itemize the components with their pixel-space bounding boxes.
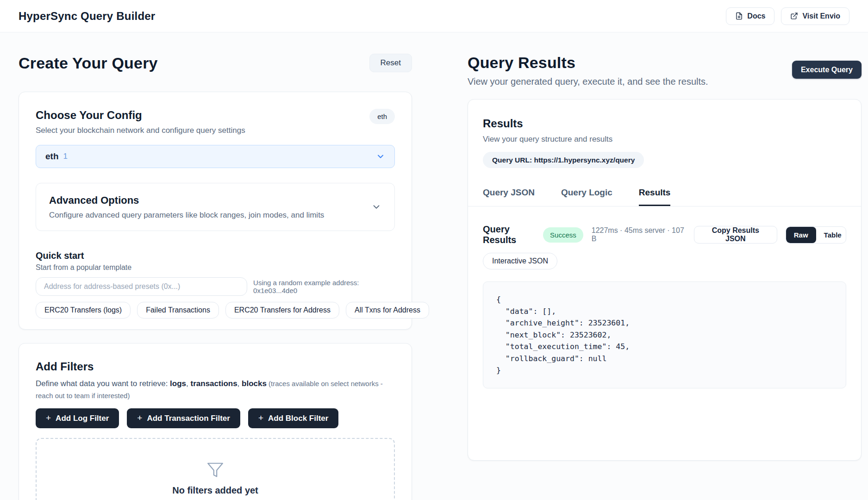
plus-icon: + (137, 413, 142, 423)
config-card: Choose Your Config Select your blockchai… (19, 92, 412, 330)
add-block-filter-button[interactable]: + Add Block Filter (248, 408, 338, 428)
query-url-badge: Query URL: https://1.hypersync.xyz/query (483, 152, 644, 168)
query-results-panel: Query Results View your generated query,… (468, 54, 862, 500)
external-link-icon (790, 12, 798, 20)
advanced-options-toggle[interactable]: Advanced Options Configure advanced quer… (36, 183, 395, 231)
view-toggle-table[interactable]: Table (816, 227, 846, 243)
filters-card: Add Filters Define what data you want to… (19, 343, 412, 500)
network-chain-id: 1 (63, 152, 68, 161)
interactive-json-button[interactable]: Interactive JSON (483, 253, 557, 269)
results-card-subtitle: View your query structure and results (483, 135, 846, 144)
tab-results[interactable]: Results (639, 188, 671, 206)
builder-title: Create Your Query (19, 54, 158, 72)
results-card: Results View your query structure and re… (468, 99, 862, 461)
tab-query-logic[interactable]: Query Logic (561, 188, 612, 206)
json-line: "rollback_guard": null (496, 353, 833, 365)
template-buttons: ERC20 Transfers (logs) Failed Transactio… (36, 302, 395, 319)
results-json-output: { "data": [], "archive_height": 23523601… (483, 281, 846, 388)
docs-label: Docs (747, 12, 765, 20)
add-log-filter-label: Add Log Filter (56, 414, 109, 423)
json-line: } (496, 364, 833, 376)
config-title: Choose Your Config (36, 109, 245, 122)
json-line: "archive_height": 23523601, (496, 317, 833, 329)
template-all-txns-for-address[interactable]: All Txns for Address (346, 302, 429, 319)
view-toggle: Raw Table (786, 226, 846, 244)
filters-description: Define what data you want to retrieve: l… (36, 378, 401, 402)
template-failed-transactions[interactable]: Failed Transactions (137, 302, 219, 319)
json-line: { (496, 294, 833, 306)
execute-query-button[interactable]: Execute Query (792, 61, 862, 79)
visit-envio-label: Visit Envio (802, 12, 840, 20)
tab-query-json[interactable]: Query JSON (483, 188, 535, 206)
results-panel-title: Query Results (468, 54, 708, 72)
filters-title: Add Filters (36, 360, 395, 373)
add-transaction-filter-label: Add Transaction Filter (147, 414, 230, 423)
results-panel-subtitle: View your generated query, execute it, a… (468, 76, 708, 87)
template-erc20-transfers-for-address[interactable]: ERC20 Transfers for Address (225, 302, 339, 319)
add-transaction-filter-button[interactable]: + Add Transaction Filter (127, 408, 240, 428)
main-content: Create Your Query Reset Choose Your Conf… (0, 32, 868, 500)
address-input[interactable] (36, 277, 247, 296)
status-badge: Success (543, 227, 583, 243)
json-line: "next_block": 23523602, (496, 329, 833, 341)
add-block-filter-label: Add Block Filter (268, 414, 328, 423)
quick-start-subtitle: Start from a popular template (36, 263, 395, 272)
plus-icon: + (46, 413, 51, 423)
docs-button[interactable]: Docs (726, 7, 774, 25)
filter-buttons: + Add Log Filter + Add Transaction Filte… (36, 408, 395, 428)
filters-empty-state: No filters added yet (36, 438, 395, 500)
visit-envio-button[interactable]: Visit Envio (781, 7, 849, 25)
empty-state-text: No filters added yet (172, 485, 258, 496)
chevron-down-icon (371, 202, 381, 212)
header-actions: Docs Visit Envio (726, 7, 849, 25)
copy-results-json-button[interactable]: Copy Results JSON (694, 226, 777, 244)
address-hint: Using a random example address: 0x1e03..… (253, 279, 395, 294)
network-name: eth (45, 151, 59, 162)
app-header: HyperSync Query Builder Docs Visit Envio (0, 0, 868, 32)
app-title: HyperSync Query Builder (19, 10, 155, 23)
add-log-filter-button[interactable]: + Add Log Filter (36, 408, 119, 428)
template-erc20-transfers-logs[interactable]: ERC20 Transfers (logs) (36, 302, 131, 319)
quick-start-title: Quick start (36, 250, 395, 261)
query-results-label: Query Results (483, 224, 543, 245)
advanced-options-title: Advanced Options (49, 194, 324, 206)
view-toggle-raw[interactable]: Raw (786, 227, 816, 243)
funnel-icon (206, 461, 224, 479)
advanced-options-subtitle: Configure advanced query parameters like… (49, 211, 324, 220)
plus-icon: + (258, 413, 263, 423)
query-builder-panel: Create Your Query Reset Choose Your Conf… (19, 54, 412, 500)
results-tabs: Query JSON Query Logic Results (468, 188, 861, 206)
network-select[interactable]: eth 1 (36, 145, 395, 168)
timing-text: 1227ms · 45ms server · 107 B (592, 226, 686, 243)
json-line: "data": [], (496, 306, 833, 318)
json-line: "total_execution_time": 45, (496, 341, 833, 353)
results-card-title: Results (483, 117, 846, 130)
document-icon (735, 12, 743, 20)
reset-button[interactable]: Reset (369, 54, 412, 72)
chevron-down-icon (376, 152, 385, 161)
network-badge: eth (369, 109, 395, 124)
config-subtitle: Select your blockchain network and confi… (36, 126, 245, 135)
